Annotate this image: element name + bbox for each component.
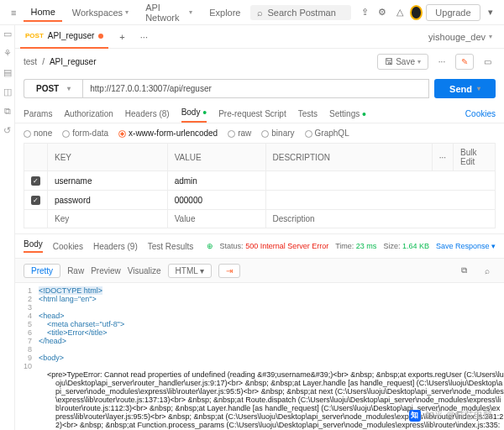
resp-tests[interactable]: Test Results <box>148 242 193 251</box>
key-ph[interactable]: Key <box>48 210 168 228</box>
menu-icon[interactable]: ≡ <box>7 4 20 21</box>
send-button[interactable]: Send▾ <box>434 79 496 98</box>
history-icon[interactable]: ↺ <box>3 125 11 136</box>
status-label: Status: 500 Internal Server Error <box>220 242 329 250</box>
search-resp-icon[interactable]: ⌕ <box>479 262 496 279</box>
resp-body[interactable]: Body <box>24 239 43 253</box>
nav-apinetwork[interactable]: API Network▾ <box>139 0 199 26</box>
crumb-current: API_reguser <box>50 57 97 66</box>
checkbox-icon[interactable]: ✓ <box>31 196 40 205</box>
desc-cell[interactable] <box>265 171 495 191</box>
save-button[interactable]: 🖫 Save ▾ <box>377 54 428 70</box>
radio-raw[interactable]: raw <box>228 128 251 138</box>
body-type-row: none form-data x-www-form-urlencoded raw… <box>15 123 504 143</box>
url-row: POST▾ http://127.0.0.1:3007/api/reguser … <box>15 74 504 103</box>
radio-none[interactable]: none <box>24 128 52 138</box>
crumb-parent[interactable]: test <box>24 57 37 66</box>
method-tag: POST <box>25 32 44 39</box>
response-body[interactable]: 1<!DOCTYPE html> 2<html lang="en"> 3 4<h… <box>15 283 504 430</box>
more-button[interactable]: ··· <box>433 53 450 70</box>
tab-title: API_reguser <box>48 31 95 40</box>
bulk-edit-link[interactable]: Bulk Edit <box>454 144 496 171</box>
table-row[interactable]: ✓ password 000000 <box>24 191 496 210</box>
checkbox-icon[interactable]: ✓ <box>31 176 40 186</box>
wrap-button[interactable]: ⇥ <box>218 264 240 278</box>
edit-button[interactable]: ✎ <box>455 54 474 70</box>
table-row-new[interactable]: Key Value Description <box>24 210 496 228</box>
breadcrumb: test / API_reguser 🖫 Save ▾ ··· ✎ ▭ <box>15 49 504 74</box>
nav-home[interactable]: Home <box>24 3 61 22</box>
watermark: 知知乎 @精芯电脑 <box>409 409 492 422</box>
radio-xwww[interactable]: x-www-form-urlencoded <box>118 128 218 138</box>
apis-icon[interactable]: ⚘ <box>3 48 12 59</box>
search-input[interactable]: ⌕ Search Postman <box>250 5 351 20</box>
time-label: Time: 23 ms <box>335 242 376 250</box>
nav-workspaces[interactable]: Workspaces▾ <box>66 4 135 21</box>
save-response-link[interactable]: Save Response ▾ <box>436 242 496 250</box>
environment-select[interactable]: yishouge_dev▾ <box>422 32 499 42</box>
env-icon[interactable]: ▤ <box>3 67 12 78</box>
avatar[interactable] <box>410 5 423 20</box>
desc-ph[interactable]: Description <box>265 210 495 228</box>
resp-cookies[interactable]: Cookies <box>53 242 83 251</box>
collections-icon[interactable]: ▭ <box>3 29 12 39</box>
col-value: VALUE <box>167 144 265 171</box>
sidebar-toggle-icon[interactable]: ▭ <box>479 53 496 70</box>
value-cell[interactable]: admin <box>167 171 265 191</box>
left-rail: ▭ ⚘ ▤ ◫ ⧉ ↺ <box>0 25 15 430</box>
chevron-down-icon[interactable]: ▾ <box>484 4 497 21</box>
view-bar: Pretty Raw Preview Visualize HTML ▾ ⇥ ⧉ … <box>15 258 504 283</box>
settings-icon[interactable]: ⚙ <box>375 4 389 21</box>
mock-icon[interactable]: ◫ <box>3 87 12 97</box>
col-desc: DESCRIPTION <box>265 144 432 171</box>
tab-params[interactable]: Params <box>24 109 52 123</box>
view-visualize[interactable]: Visualize <box>128 266 161 275</box>
col-more[interactable]: ··· <box>432 144 453 171</box>
value-ph[interactable]: Value <box>167 210 265 228</box>
tab-more-button[interactable]: ··· <box>135 29 152 45</box>
tab-settings[interactable]: Settings • <box>329 109 366 123</box>
desc-cell[interactable] <box>265 191 495 210</box>
nav-explore[interactable]: Explore <box>202 4 247 21</box>
topbar: ≡ Home Workspaces▾ API Network▾ Explore … <box>0 0 504 25</box>
tab-auth[interactable]: Authorization <box>64 109 113 123</box>
invite-icon[interactable]: ⇪ <box>358 4 371 21</box>
col-key: KEY <box>48 144 168 171</box>
key-cell[interactable]: password <box>48 191 168 210</box>
monitor-icon[interactable]: ⧉ <box>4 106 11 117</box>
params-table: KEY VALUE DESCRIPTION ··· Bulk Edit ✓ us… <box>24 143 496 228</box>
tabbar: POST API_reguser + ··· yishouge_dev▾ <box>15 25 504 49</box>
table-row[interactable]: ✓ username admin <box>24 171 496 191</box>
tab-tests[interactable]: Tests <box>298 109 318 123</box>
response-tabs: Body Cookies Headers (9) Test Results ⊕ … <box>15 233 504 258</box>
tab-prereq[interactable]: Pre-request Script <box>218 109 286 123</box>
globe-icon: ⊕ <box>207 242 213 250</box>
view-preview[interactable]: Preview <box>91 266 121 275</box>
key-cell[interactable]: username <box>48 171 168 191</box>
view-raw[interactable]: Raw <box>67 266 84 275</box>
radio-graphql[interactable]: GraphQL <box>305 128 349 138</box>
tab-headers[interactable]: Headers (8) <box>125 109 170 123</box>
view-pretty[interactable]: Pretty <box>24 264 60 278</box>
resp-headers[interactable]: Headers (9) <box>93 242 138 251</box>
size-label: Size: 1.64 KB <box>383 242 429 250</box>
value-cell[interactable]: 000000 <box>167 191 265 210</box>
unsaved-dot-icon <box>98 34 103 39</box>
request-subtabs: Params Authorization Headers (8) Body • … <box>15 103 504 123</box>
request-tab[interactable]: POST API_reguser <box>20 25 108 49</box>
notif-icon[interactable]: △ <box>392 4 406 21</box>
url-input[interactable]: http://127.0.0.1:3007/api/reguser <box>82 79 429 98</box>
radio-formdata[interactable]: form-data <box>62 128 108 138</box>
cookies-link[interactable]: Cookies <box>465 109 496 123</box>
search-icon: ⌕ <box>257 8 263 18</box>
method-select[interactable]: POST▾ <box>24 79 82 98</box>
lang-select[interactable]: HTML ▾ <box>168 264 213 278</box>
tab-body[interactable]: Body • <box>181 108 207 123</box>
add-tab-button[interactable]: + <box>113 29 130 45</box>
copy-icon[interactable]: ⧉ <box>455 262 472 279</box>
upgrade-button[interactable]: Upgrade <box>426 4 480 21</box>
radio-binary[interactable]: binary <box>261 128 294 138</box>
